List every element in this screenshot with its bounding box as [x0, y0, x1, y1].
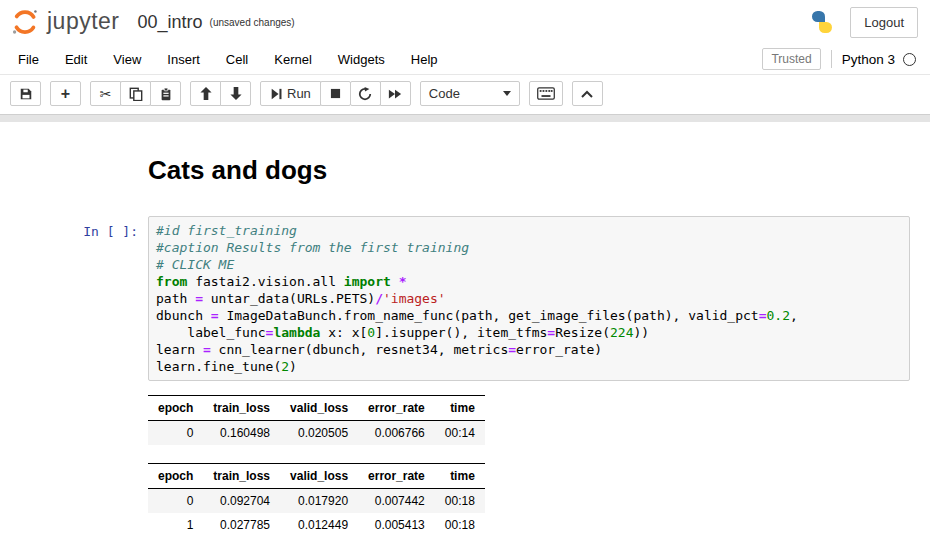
menu-item-file[interactable]: File: [5, 46, 52, 73]
autosave-status: (unsaved changes): [210, 17, 295, 28]
jupyter-logo[interactable]: jupyter: [10, 7, 120, 37]
table-cell: 0: [148, 421, 203, 446]
logout-button[interactable]: Logout: [850, 7, 918, 38]
markdown-cell[interactable]: Cats and dogs: [0, 155, 930, 186]
paste-cells-button[interactable]: [150, 81, 181, 106]
table-cell: 1: [148, 513, 203, 537]
notebook-area: Cats and dogs In [ ]: #id first_training…: [0, 122, 930, 537]
add-cell-group: +: [50, 81, 81, 106]
save-button[interactable]: [10, 81, 41, 106]
code-line: learn.fine_tune(2): [156, 358, 902, 375]
column-header: error_rate: [358, 396, 435, 421]
table-cell: 0.012449: [280, 513, 358, 537]
menu-item-help[interactable]: Help: [398, 46, 451, 73]
save-group: [10, 81, 41, 106]
menu-item-cell[interactable]: Cell: [213, 46, 261, 73]
trusted-badge: Trusted: [762, 48, 820, 70]
table-cell: 00:14: [435, 421, 485, 446]
interrupt-kernel-button[interactable]: [320, 81, 351, 106]
dropdown-caret-icon: [503, 91, 511, 96]
column-header: train_loss: [203, 396, 280, 421]
menu-item-kernel[interactable]: Kernel: [261, 46, 325, 73]
column-header: epoch: [148, 396, 203, 421]
code-line: #id first_training: [156, 222, 902, 239]
python-logo-top-shape: [812, 11, 825, 22]
kernel-name: Python 3: [842, 52, 895, 67]
move-cell-up-button[interactable]: [190, 81, 221, 106]
table-cell: 00:18: [435, 489, 485, 514]
code-cell-prompt: In [ ]:: [0, 216, 148, 381]
restart-kernel-icon: [358, 87, 372, 101]
edit-group: ✂: [90, 81, 181, 106]
run-button-label: Run: [287, 86, 311, 101]
code-cell[interactable]: In [ ]: #id first_training#caption Resul…: [0, 216, 930, 381]
move-cell-down-icon: [230, 87, 242, 100]
menu-item-insert[interactable]: Insert: [154, 46, 213, 73]
restart-kernel-button[interactable]: [350, 81, 381, 106]
cell-type-dropdown[interactable]: Code: [420, 81, 520, 106]
table-cell: 0.006766: [358, 421, 435, 446]
table-cell: 0: [148, 489, 203, 514]
code-line: dbunch = ImageDataBunch.from_name_func(p…: [156, 307, 902, 324]
restart-run-all-button[interactable]: [380, 81, 411, 106]
table-cell: 0.160498: [203, 421, 280, 446]
table-row: 00.1604980.0205050.00676600:14: [148, 421, 485, 446]
move-cell-up-icon: [200, 87, 212, 100]
code-line: from fastai2.vision.all import *: [156, 273, 902, 290]
header: jupyter 00_intro (unsaved changes) Logou…: [0, 0, 930, 44]
run-button[interactable]: Run: [260, 81, 321, 106]
output-table: epochtrain_lossvalid_losserror_ratetime0…: [148, 395, 485, 445]
copy-cells-icon: [129, 87, 143, 101]
run-group: Run: [260, 81, 411, 106]
add-cell-icon: +: [61, 86, 70, 102]
menu-item-edit[interactable]: Edit: [52, 46, 100, 73]
chevron-up-button[interactable]: [572, 81, 603, 106]
code-input-area[interactable]: #id first_training#caption Results from …: [148, 216, 910, 381]
code-area: #id first_training#caption Results from …: [156, 222, 902, 375]
table-cell: 0.020505: [280, 421, 358, 446]
command-palette-icon: [537, 87, 555, 100]
jupyter-logo-text: jupyter: [47, 8, 120, 35]
table-cell: 0.005413: [358, 513, 435, 537]
code-line: learn = cnn_learner(dbunch, resnet34, me…: [156, 341, 902, 358]
table-header-row: epochtrain_lossvalid_losserror_ratetime: [148, 396, 485, 421]
column-header: train_loss: [203, 464, 280, 489]
menubar-divider: [831, 50, 832, 68]
paste-cells-icon: [159, 87, 173, 101]
restart-run-all-icon: [388, 88, 402, 100]
python-logo-bottom-shape: [819, 22, 832, 33]
python-logo-icon: [810, 10, 834, 34]
column-header: time: [435, 464, 485, 489]
move-cell-down-button[interactable]: [220, 81, 251, 106]
code-line: label_func=lambda x: x[0].isupper(), ite…: [156, 324, 902, 341]
markdown-cell-content: Cats and dogs: [148, 155, 910, 186]
column-header: epoch: [148, 464, 203, 489]
output-cell-prompt: [0, 395, 148, 537]
column-header: valid_loss: [280, 396, 358, 421]
notebook-title[interactable]: 00_intro: [138, 12, 203, 33]
table-cell: 0.027785: [203, 513, 280, 537]
code-line: path = untar_data(URLs.PETS)/'images': [156, 290, 902, 307]
table-cell: 00:18: [435, 513, 485, 537]
chevron-up-icon: [581, 90, 593, 98]
markdown-heading: Cats and dogs: [148, 155, 910, 186]
add-cell-button[interactable]: +: [50, 81, 81, 106]
table-header-row: epochtrain_lossvalid_losserror_ratetime: [148, 464, 485, 489]
command-palette-button[interactable]: [529, 81, 563, 106]
code-line: # CLICK ME: [156, 256, 902, 273]
menu-items: FileEditViewInsertCellKernelWidgetsHelp: [5, 46, 451, 73]
collapse-group: [572, 81, 603, 106]
markdown-cell-prompt: [0, 155, 148, 186]
menu-item-widgets[interactable]: Widgets: [325, 46, 398, 73]
code-cell-content: #id first_training#caption Results from …: [148, 216, 910, 381]
output-cell-content: epochtrain_lossvalid_losserror_ratetime0…: [148, 395, 910, 537]
menu-item-view[interactable]: View: [100, 46, 154, 73]
column-header: error_rate: [358, 464, 435, 489]
copy-cells-button[interactable]: [120, 81, 151, 106]
output-cell: epochtrain_lossvalid_losserror_ratetime0…: [0, 395, 930, 537]
cut-cells-button[interactable]: ✂: [90, 81, 121, 106]
kernel-status-icon: [903, 53, 916, 66]
table-cell: 0.092704: [203, 489, 280, 514]
cell-type-value: Code: [429, 86, 460, 101]
interrupt-kernel-icon: [330, 88, 341, 99]
